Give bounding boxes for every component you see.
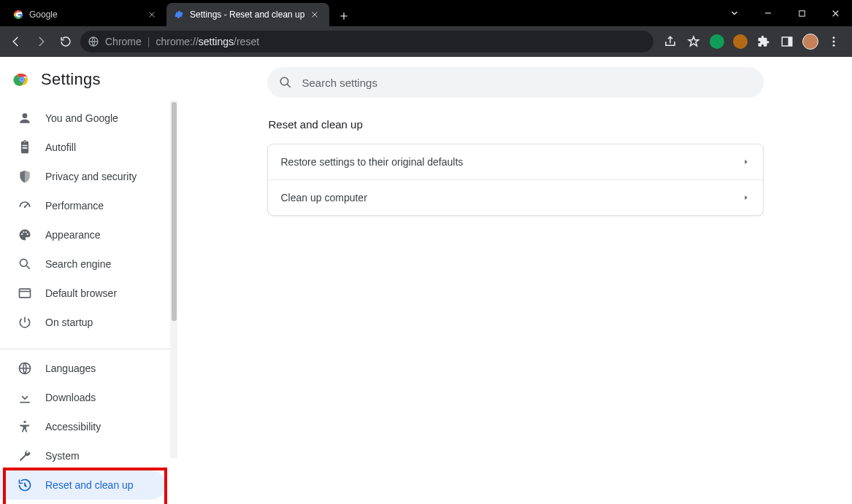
toolbar-actions xyxy=(658,34,846,50)
sidebar-item-label: Default browser xyxy=(45,287,117,299)
sidebar-item-label: Downloads xyxy=(45,392,96,403)
reset-card: Restore settings to their original defau… xyxy=(267,144,764,216)
search-icon xyxy=(18,257,32,271)
speed-icon xyxy=(18,198,32,213)
search-placeholder: Search settings xyxy=(302,77,377,89)
svg-point-16 xyxy=(26,231,27,233)
tab-title: Google xyxy=(29,9,142,20)
window-controls xyxy=(718,0,852,26)
sidebar-item-you-and-google[interactable]: You and Google xyxy=(0,104,166,133)
sidebar-item-label: Autofill xyxy=(45,141,76,153)
svg-point-22 xyxy=(280,77,288,85)
url-path-bold: settings xyxy=(199,36,234,47)
sidebar-item-label: You and Google xyxy=(45,112,118,124)
sidebar-item-label: On startup xyxy=(45,317,93,328)
settings-header: Settings xyxy=(0,57,177,104)
extensions-puzzle-icon[interactable] xyxy=(756,34,772,50)
svg-point-13 xyxy=(24,206,26,208)
sidebar-item-system[interactable]: System xyxy=(0,441,166,470)
restore-icon xyxy=(18,478,32,492)
browser-tab-google[interactable]: Google xyxy=(6,3,166,26)
browser-toolbar: Chrome | chrome://settings/reset xyxy=(0,26,852,57)
window-close-button[interactable] xyxy=(818,0,852,26)
share-icon[interactable] xyxy=(662,34,678,50)
tabstrip: Google Settings - Reset and clean up xyxy=(0,0,354,26)
svg-point-18 xyxy=(20,259,27,266)
svg-point-15 xyxy=(23,231,24,233)
sidebar-item-languages[interactable]: Languages xyxy=(0,354,166,383)
page-heading: Reset and clean up xyxy=(269,118,764,131)
sidebar-item-label: Languages xyxy=(45,363,96,374)
sidebar-item-label: Accessibility xyxy=(45,421,101,433)
chevron-down-icon[interactable] xyxy=(718,0,751,26)
close-icon[interactable] xyxy=(310,10,322,19)
chevron-right-icon xyxy=(742,194,750,201)
svg-point-12 xyxy=(20,78,23,81)
sidebar-item-on-startup[interactable]: On startup xyxy=(0,308,166,337)
forward-button[interactable] xyxy=(31,31,51,52)
chrome-logo-icon xyxy=(13,71,31,88)
extension-icon[interactable] xyxy=(732,34,748,50)
google-favicon-icon xyxy=(13,9,23,20)
clean-up-computer-row[interactable]: Clean up computer xyxy=(268,179,763,215)
sidebar-item-label: Search engine xyxy=(45,258,111,270)
gear-icon xyxy=(174,9,184,20)
row-label: Restore settings to their original defau… xyxy=(281,156,464,168)
settings-main: Search settings Reset and clean up Resto… xyxy=(178,57,852,504)
omnibox-chip: Chrome xyxy=(105,36,142,47)
address-bar[interactable]: Chrome | chrome://settings/reset xyxy=(80,31,653,53)
new-tab-button[interactable] xyxy=(334,6,354,26)
side-panel-icon[interactable] xyxy=(779,34,795,50)
reload-button[interactable] xyxy=(55,31,76,52)
extension-icon[interactable] xyxy=(709,34,725,50)
sidebar-item-label: Appearance xyxy=(45,229,101,241)
url-prefix: chrome:// xyxy=(156,36,198,47)
chevron-right-icon xyxy=(742,158,750,166)
palette-icon xyxy=(18,228,32,242)
sidebar-item-label: Performance xyxy=(45,200,104,212)
sidebar-item-search-engine[interactable]: Search engine xyxy=(0,249,166,279)
settings-page: Settings You and GoogleAutofillPrivacy a… xyxy=(0,57,852,504)
profile-avatar[interactable] xyxy=(802,34,818,50)
sidebar-item-default-browser[interactable]: Default browser xyxy=(0,279,166,308)
window-maximize-button[interactable] xyxy=(785,0,818,26)
svg-rect-2 xyxy=(799,10,804,15)
sidebar-item-label: System xyxy=(45,450,80,462)
sidebar-item-performance[interactable]: Performance xyxy=(0,191,166,220)
svg-point-7 xyxy=(833,41,835,43)
row-label: Clean up computer xyxy=(281,192,367,203)
sidebar-item-label: Privacy and security xyxy=(45,171,137,182)
accessibility-icon xyxy=(18,419,32,434)
sidebar-item-reset-and-clean-up[interactable]: Reset and clean up xyxy=(0,470,166,500)
sidebar-item-privacy-and-security[interactable]: Privacy and security xyxy=(0,162,166,191)
kebab-menu-icon[interactable] xyxy=(826,34,842,50)
svg-point-21 xyxy=(23,421,26,423)
search-icon xyxy=(279,76,292,89)
bookmark-star-icon[interactable] xyxy=(686,34,702,50)
wrench-icon xyxy=(18,449,32,463)
svg-point-6 xyxy=(833,36,835,39)
svg-rect-5 xyxy=(788,37,792,46)
svg-rect-19 xyxy=(20,289,31,298)
sidebar-item-autofill[interactable]: Autofill xyxy=(0,133,166,162)
restore-defaults-row[interactable]: Restore settings to their original defau… xyxy=(268,144,763,179)
browser-tab-settings[interactable]: Settings - Reset and clean up xyxy=(166,3,329,26)
sidebar-item-downloads[interactable]: Downloads xyxy=(0,383,166,412)
person-icon xyxy=(18,111,32,125)
back-button[interactable] xyxy=(6,31,26,52)
sidebar-item-accessibility[interactable]: Accessibility xyxy=(0,412,166,441)
sidebar-divider xyxy=(0,349,177,349)
power-icon xyxy=(18,315,32,330)
clipboard-icon xyxy=(18,140,32,155)
settings-sidebar: Settings You and GoogleAutofillPrivacy a… xyxy=(0,57,178,504)
sidebar-item-appearance[interactable]: Appearance xyxy=(0,220,166,249)
url-suffix: /reset xyxy=(234,36,259,47)
svg-point-14 xyxy=(21,233,23,235)
settings-search-input[interactable]: Search settings xyxy=(267,67,764,98)
window-minimize-button[interactable] xyxy=(751,0,785,26)
scrollbar-thumb[interactable] xyxy=(172,102,177,321)
download-icon xyxy=(18,390,32,405)
close-icon[interactable] xyxy=(147,10,159,19)
shield-icon xyxy=(18,169,32,184)
site-info-icon[interactable] xyxy=(88,36,99,47)
